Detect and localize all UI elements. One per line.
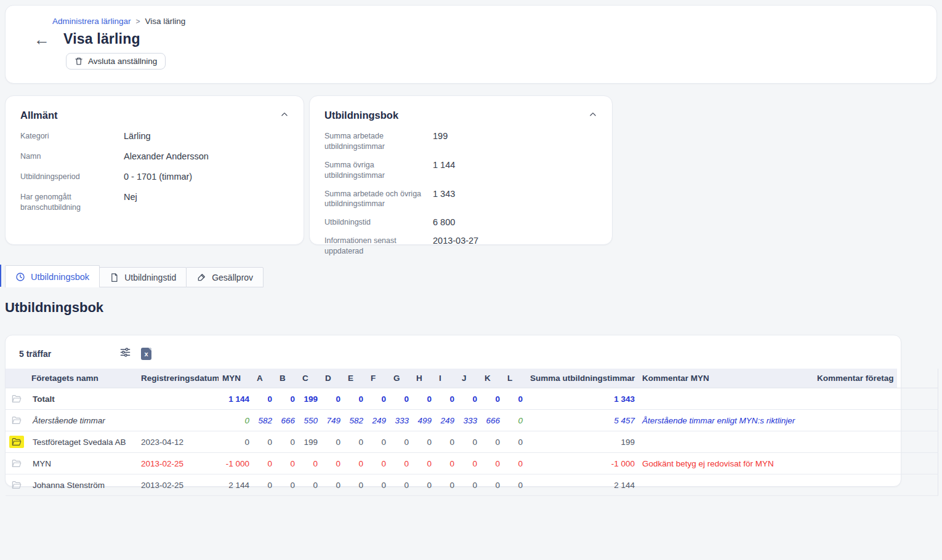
hours-cell: 0 [390,431,413,453]
column-header: E [344,369,367,388]
table-card: 5 träffar x Företagets namnRegistrerings… [5,335,901,487]
hours-cell: 0 [458,474,481,496]
comment-company-cell [813,453,938,474]
utbildningsbok-panel: Utbildningsbok Summa arbetade utbildning… [309,95,613,245]
hours-cell: 666 [276,410,299,431]
folder-icon[interactable] [9,479,24,491]
hours-cell: 0 [299,453,321,474]
section-title: Utbildningsbok [5,300,937,316]
column-header: B [276,369,299,388]
hours-cell: 0 [219,431,253,453]
hours-cell: 0 [481,474,504,496]
registration-date-cell [137,388,219,410]
hours-cell: 0 [413,453,435,474]
hours-cell: 199 [299,388,321,410]
comment-myn-cell: Godkänt betyg ej redovisat för MYN [638,453,813,474]
folder-icon[interactable] [9,457,24,470]
tab-utbildningsbok[interactable]: Utbildningsbok [5,265,100,287]
hours-cell: 1 144 [219,388,253,410]
utbildningsbok-table: Företagets namnRegistreringsdatumMYNABCD… [6,369,938,496]
column-header: Företagets namn [28,369,137,388]
end-employment-button[interactable]: Avsluta anställning [66,53,166,70]
row-icon-cell [6,431,28,453]
column-header: I [435,369,458,388]
field-value: 2013-03-27 [433,236,478,257]
field-value: Alexander Andersson [124,151,209,162]
hours-cell: 0 [390,453,413,474]
registration-date-cell: 2013-02-25 [137,474,219,496]
hours-cell: 0 [367,474,390,496]
document-icon [110,273,119,282]
page-title: Visa lärling [63,31,140,47]
column-header: G [390,369,413,388]
tab-utbildningstid[interactable]: Utbildningstid [99,267,187,287]
hours-cell: 0 [435,388,458,410]
table-header-row: Företagets namnRegistreringsdatumMYNABCD… [6,369,938,388]
field-value: 1 144 [433,160,455,181]
field-label: Kategori [20,131,124,142]
column-header: F [367,369,390,388]
folder-icon[interactable] [9,393,24,405]
hours-cell: 0 [481,431,504,453]
hours-cell: 0 [458,388,481,410]
hours-cell: 0 [253,388,276,410]
table-row: Testföretaget Svedala AB2023-04-12000199… [6,431,938,453]
hours-cell: -1 000 [219,453,253,474]
allmant-rows: KategoriLärlingNamnAlexander AnderssonUt… [20,131,289,212]
registration-date-cell: 2013-02-25 [137,453,219,474]
collapse-chevron-icon[interactable] [280,110,289,121]
panel-title: Allmänt [20,110,58,121]
hours-cell: 0 [413,388,435,410]
field-value: Lärling [124,131,151,142]
hours-cell: 0 [367,431,390,453]
hours-cell: 0 [435,453,458,474]
tab-gesallprov[interactable]: Gesällprov [186,267,264,287]
registration-date-cell: 2023-04-12 [137,431,219,453]
field-label: Utbildningstid [324,217,433,228]
field-label: Summa arbetade utbildningstimmar [324,131,433,152]
title-row: ← Visa lärling [20,31,922,47]
filter-icon[interactable] [119,346,131,361]
breadcrumb-parent-link[interactable]: Administrera lärlingar [52,17,131,26]
end-employment-label: Avsluta anställning [88,57,157,66]
page: Administrera lärlingar > Visa lärling ← … [0,0,942,492]
excel-export-icon[interactable]: x [141,348,151,360]
company-name-cell: Totalt [28,388,137,410]
field-row: KategoriLärling [20,131,289,142]
breadcrumb-current: Visa lärling [145,17,186,26]
comment-company-cell [813,388,938,410]
column-header: J [458,369,481,388]
hours-cell: 0 [390,474,413,496]
panel-row: Allmänt KategoriLärlingNamnAlexander And… [5,95,937,245]
row-icon-cell [6,453,28,474]
table-row: Återstående timmar0582666550749582249333… [6,410,938,431]
column-header: H [413,369,435,388]
hours-cell: 749 [321,410,344,431]
column-header: MYN [219,369,253,388]
hours-cell: 333 [390,410,413,431]
comment-myn-cell: Återstående timmar enligt MYN:s riktlinj… [638,410,813,431]
back-button[interactable]: ← [34,31,50,47]
left-edge-accent [0,265,1,287]
hours-cell: 0 [344,388,367,410]
tab-label: Gesällprov [212,273,253,282]
hours-cell: 0 [253,431,276,453]
hours-cell: 0 [367,453,390,474]
collapse-chevron-icon[interactable] [589,110,597,121]
hours-cell: 0 [321,388,344,410]
result-count: 5 träffar [19,349,119,359]
field-row: Utbildningstid6 800 [324,217,597,228]
hours-cell: 249 [367,410,390,431]
allmant-panel: Allmänt KategoriLärlingNamnAlexander And… [5,95,304,245]
folder-icon[interactable] [9,436,24,448]
folder-icon[interactable] [9,414,24,426]
panel-title: Utbildningsbok [324,110,398,121]
column-header: A [253,369,276,388]
column-header-icon [6,369,28,388]
hours-cell: 0 [504,388,526,410]
hours-cell: 0 [481,388,504,410]
hours-cell: 199 [299,431,321,453]
tab-bar: UtbildningsbokUtbildningstidGesällprov [5,265,937,287]
column-header: Kommentar MYN [638,369,813,388]
field-row: Informationen senast uppdaterad2013-03-2… [324,236,597,257]
